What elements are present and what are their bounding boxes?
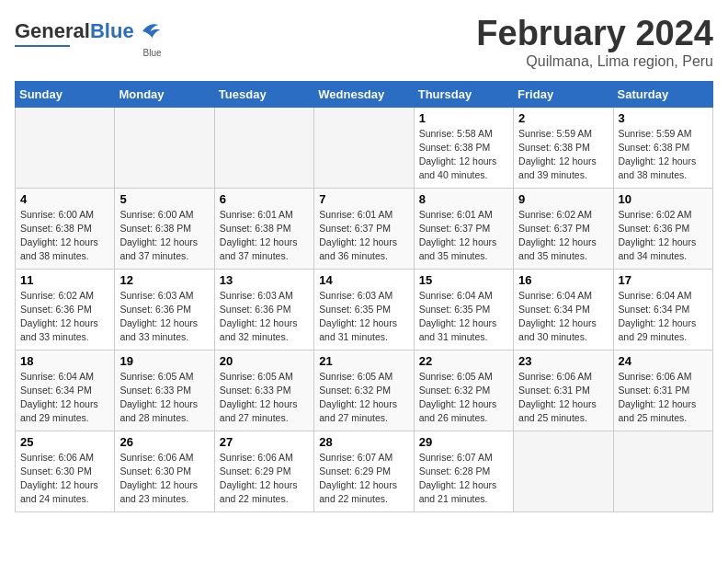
- day-number: 18: [20, 354, 109, 368]
- day-number: 13: [220, 273, 309, 287]
- day-info: Sunrise: 6:06 AMSunset: 6:29 PMDaylight:…: [220, 451, 309, 507]
- day-number: 21: [319, 354, 408, 368]
- weekday-header-wednesday: Wednesday: [314, 81, 414, 107]
- day-number: 23: [518, 354, 608, 368]
- day-info: Sunrise: 6:00 AMSunset: 6:38 PMDaylight:…: [20, 208, 109, 264]
- calendar-cell: 28Sunrise: 6:07 AMSunset: 6:29 PMDayligh…: [314, 431, 414, 511]
- calendar-cell: 26Sunrise: 6:06 AMSunset: 6:30 PMDayligh…: [115, 431, 214, 511]
- weekday-header-sunday: Sunday: [16, 81, 115, 107]
- week-row-4: 25Sunrise: 6:06 AMSunset: 6:30 PMDayligh…: [16, 431, 713, 511]
- day-number: 1: [419, 111, 508, 125]
- logo-text: GeneralBlue: [15, 21, 134, 41]
- week-row-3: 18Sunrise: 6:04 AMSunset: 6:34 PMDayligh…: [16, 350, 713, 431]
- calendar-cell: 20Sunrise: 6:05 AMSunset: 6:33 PMDayligh…: [214, 350, 313, 431]
- day-info: Sunrise: 5:59 AMSunset: 6:38 PMDaylight:…: [518, 127, 608, 183]
- day-number: 11: [20, 273, 109, 287]
- day-number: 28: [319, 435, 408, 449]
- day-info: Sunrise: 6:04 AMSunset: 6:34 PMDaylight:…: [20, 370, 109, 426]
- day-number: 9: [518, 192, 608, 206]
- calendar-cell: 9Sunrise: 6:02 AMSunset: 6:37 PMDaylight…: [514, 188, 613, 269]
- day-info: Sunrise: 6:03 AMSunset: 6:35 PMDaylight:…: [319, 289, 408, 345]
- day-number: 2: [518, 111, 608, 125]
- calendar-cell: 13Sunrise: 6:03 AMSunset: 6:36 PMDayligh…: [214, 269, 313, 350]
- calendar-cell: 10Sunrise: 6:02 AMSunset: 6:36 PMDayligh…: [613, 188, 712, 269]
- day-number: 26: [119, 435, 209, 449]
- day-info: Sunrise: 6:06 AMSunset: 6:30 PMDaylight:…: [119, 451, 209, 507]
- week-row-0: 1Sunrise: 5:58 AMSunset: 6:38 PMDaylight…: [16, 107, 713, 188]
- calendar-cell: 29Sunrise: 6:07 AMSunset: 6:28 PMDayligh…: [414, 431, 513, 511]
- calendar-cell: 19Sunrise: 6:05 AMSunset: 6:33 PMDayligh…: [115, 350, 214, 431]
- day-number: 15: [419, 273, 508, 287]
- day-info: Sunrise: 6:06 AMSunset: 6:30 PMDaylight:…: [20, 451, 109, 507]
- day-info: Sunrise: 6:03 AMSunset: 6:36 PMDaylight:…: [220, 289, 309, 345]
- calendar-cell: [115, 107, 214, 188]
- calendar-cell: 5Sunrise: 6:00 AMSunset: 6:38 PMDaylight…: [115, 188, 214, 269]
- calendar-cell: 11Sunrise: 6:02 AMSunset: 6:36 PMDayligh…: [16, 269, 115, 350]
- day-number: 24: [619, 354, 708, 368]
- day-number: 7: [319, 192, 408, 206]
- calendar-cell: 16Sunrise: 6:04 AMSunset: 6:34 PMDayligh…: [514, 269, 613, 350]
- calendar-cell: 1Sunrise: 5:58 AMSunset: 6:38 PMDaylight…: [414, 107, 513, 188]
- day-number: 10: [619, 192, 708, 206]
- calendar-cell: 22Sunrise: 6:05 AMSunset: 6:32 PMDayligh…: [414, 350, 513, 431]
- day-info: Sunrise: 6:02 AMSunset: 6:37 PMDaylight:…: [518, 208, 608, 264]
- calendar-cell: [314, 107, 414, 188]
- day-info: Sunrise: 5:58 AMSunset: 6:38 PMDaylight:…: [419, 127, 508, 183]
- weekday-header-thursday: Thursday: [414, 81, 513, 107]
- day-info: Sunrise: 6:05 AMSunset: 6:33 PMDaylight:…: [119, 370, 209, 426]
- day-info: Sunrise: 6:05 AMSunset: 6:32 PMDaylight:…: [419, 370, 508, 426]
- day-info: Sunrise: 6:07 AMSunset: 6:28 PMDaylight:…: [419, 451, 508, 507]
- day-number: 6: [220, 192, 309, 206]
- calendar-cell: [613, 431, 712, 511]
- calendar-cell: 15Sunrise: 6:04 AMSunset: 6:35 PMDayligh…: [414, 269, 513, 350]
- week-row-1: 4Sunrise: 6:00 AMSunset: 6:38 PMDaylight…: [16, 188, 713, 269]
- calendar-table: SundayMondayTuesdayWednesdayThursdayFrid…: [15, 81, 713, 512]
- day-number: 12: [119, 273, 209, 287]
- day-number: 22: [419, 354, 508, 368]
- calendar-cell: [16, 107, 115, 188]
- calendar-cell: 14Sunrise: 6:03 AMSunset: 6:35 PMDayligh…: [314, 269, 414, 350]
- day-info: Sunrise: 6:01 AMSunset: 6:38 PMDaylight:…: [220, 208, 309, 264]
- calendar-cell: 25Sunrise: 6:06 AMSunset: 6:30 PMDayligh…: [16, 431, 115, 511]
- calendar-cell: 6Sunrise: 6:01 AMSunset: 6:38 PMDaylight…: [214, 188, 313, 269]
- calendar-body: 1Sunrise: 5:58 AMSunset: 6:38 PMDaylight…: [16, 107, 713, 511]
- day-info: Sunrise: 6:05 AMSunset: 6:33 PMDaylight:…: [220, 370, 309, 426]
- calendar-cell: 7Sunrise: 6:01 AMSunset: 6:37 PMDaylight…: [314, 188, 414, 269]
- day-info: Sunrise: 6:04 AMSunset: 6:35 PMDaylight:…: [419, 289, 508, 345]
- day-number: 3: [619, 111, 708, 125]
- day-info: Sunrise: 6:01 AMSunset: 6:37 PMDaylight:…: [419, 208, 508, 264]
- calendar-cell: 27Sunrise: 6:06 AMSunset: 6:29 PMDayligh…: [214, 431, 313, 511]
- day-info: Sunrise: 6:07 AMSunset: 6:29 PMDaylight:…: [319, 451, 408, 507]
- weekday-header-row: SundayMondayTuesdayWednesdayThursdayFrid…: [16, 81, 713, 107]
- calendar-cell: 23Sunrise: 6:06 AMSunset: 6:31 PMDayligh…: [514, 350, 613, 431]
- calendar-cell: [214, 107, 313, 188]
- day-info: Sunrise: 5:59 AMSunset: 6:38 PMDaylight:…: [619, 127, 708, 183]
- calendar-cell: 2Sunrise: 5:59 AMSunset: 6:38 PMDaylight…: [514, 107, 613, 188]
- day-info: Sunrise: 6:01 AMSunset: 6:37 PMDaylight:…: [319, 208, 408, 264]
- calendar-title: February 2024: [476, 15, 713, 53]
- calendar-cell: 18Sunrise: 6:04 AMSunset: 6:34 PMDayligh…: [16, 350, 115, 431]
- day-number: 4: [20, 192, 109, 206]
- day-number: 17: [619, 273, 708, 287]
- logo: GeneralBlue Blue: [15, 18, 162, 58]
- calendar-cell: 3Sunrise: 5:59 AMSunset: 6:38 PMDaylight…: [613, 107, 712, 188]
- calendar-cell: [514, 431, 613, 511]
- day-info: Sunrise: 6:03 AMSunset: 6:36 PMDaylight:…: [119, 289, 209, 345]
- calendar-cell: 24Sunrise: 6:06 AMSunset: 6:31 PMDayligh…: [613, 350, 712, 431]
- day-number: 14: [319, 273, 408, 287]
- day-number: 25: [20, 435, 109, 449]
- day-number: 8: [419, 192, 508, 206]
- week-row-2: 11Sunrise: 6:02 AMSunset: 6:36 PMDayligh…: [16, 269, 713, 350]
- day-info: Sunrise: 6:00 AMSunset: 6:38 PMDaylight:…: [119, 208, 209, 264]
- day-number: 5: [119, 192, 209, 206]
- day-number: 29: [419, 435, 508, 449]
- weekday-header-saturday: Saturday: [613, 81, 712, 107]
- day-number: 19: [119, 354, 209, 368]
- logo-icon: [136, 18, 162, 44]
- day-number: 16: [518, 273, 608, 287]
- calendar-subtitle: Quilmana, Lima region, Peru: [476, 53, 713, 70]
- day-number: 27: [220, 435, 309, 449]
- day-info: Sunrise: 6:06 AMSunset: 6:31 PMDaylight:…: [518, 370, 608, 426]
- header: GeneralBlue Blue February 2024 Quilmana,…: [15, 15, 713, 70]
- calendar-cell: 12Sunrise: 6:03 AMSunset: 6:36 PMDayligh…: [115, 269, 214, 350]
